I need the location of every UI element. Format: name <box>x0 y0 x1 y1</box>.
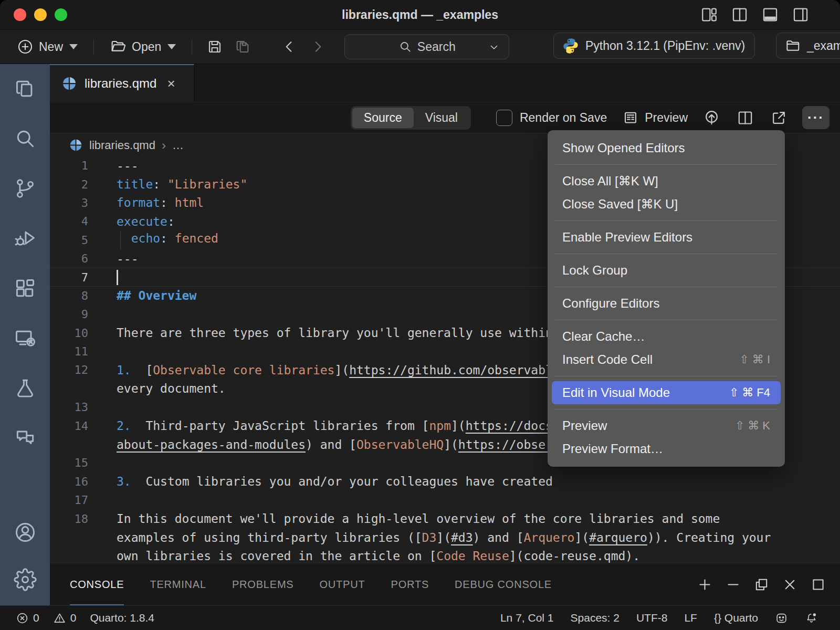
status-text: 0 <box>33 612 39 624</box>
activity-account-icon[interactable] <box>13 520 37 544</box>
menu-item-edit-in-visual-mode[interactable]: Edit in Visual Mode⇧ ⌘ F4 <box>552 381 781 404</box>
panel-minimize-icon[interactable] <box>725 576 741 593</box>
activity-source-control-icon[interactable] <box>13 176 37 201</box>
status-feedback[interactable] <box>775 612 788 625</box>
traffic-lights <box>14 0 67 29</box>
code-text <box>117 270 118 285</box>
visual-mode-button[interactable]: Visual <box>414 108 469 128</box>
code-token: ]( <box>334 363 349 377</box>
panel-tab-debug-console[interactable]: DEBUG CONSOLE <box>455 563 552 605</box>
chevron-down-icon <box>488 40 500 53</box>
menu-item-clear-cache[interactable]: Clear Cache… <box>548 325 785 348</box>
source-mode-button[interactable]: Source <box>352 108 414 128</box>
minimize-window-button[interactable] <box>34 8 47 21</box>
status-spaces-2[interactable]: Spaces: 2 <box>571 612 620 624</box>
code-token: format <box>117 196 160 209</box>
breadcrumb-file[interactable]: libraries.qmd <box>89 139 155 152</box>
menu-item-enable-preview-editors[interactable]: Enable Preview Editors <box>548 226 785 249</box>
code-token: #d3 <box>451 531 473 544</box>
save-all-button[interactable] <box>231 35 255 59</box>
toggle-panel-icon[interactable] <box>761 6 779 24</box>
open-in-new-window-icon[interactable] <box>769 108 789 128</box>
toggle-secondary-sidebar-icon[interactable] <box>792 6 810 24</box>
app-window: libraries.qmd — _examples New Open <box>0 0 840 630</box>
code-text: --- <box>117 252 139 266</box>
open-button[interactable]: Open <box>104 35 181 58</box>
zoom-window-button[interactable] <box>55 8 67 21</box>
close-window-button[interactable] <box>14 8 26 21</box>
panel-tab-output[interactable]: OUTPUT <box>319 563 365 605</box>
status-quarto[interactable]: {} Quarto <box>714 612 758 624</box>
code-line: own libraries is covered in the article … <box>50 547 840 563</box>
search-input[interactable]: Search <box>344 34 509 59</box>
activity-search-icon[interactable] <box>13 127 37 151</box>
menu-item-lock-group[interactable]: Lock Group <box>548 259 785 282</box>
code-token: 2. <box>117 419 131 433</box>
preview-button[interactable]: Preview <box>623 110 688 125</box>
menu-item-label: Lock Group <box>562 263 770 278</box>
chevron-down-icon <box>69 44 78 49</box>
panel-close-icon[interactable] <box>782 576 798 593</box>
panel-tab-problems[interactable]: PROBLEMS <box>232 563 294 605</box>
activity-testing-icon[interactable] <box>13 376 37 400</box>
panel-tab-console[interactable]: CONSOLE <box>70 563 124 605</box>
status-utf-8[interactable]: UTF-8 <box>636 612 668 624</box>
menu-item-label: Close Saved [⌘K U] <box>562 197 770 212</box>
navigate-back-button[interactable] <box>277 35 301 59</box>
menu-item-preview-format[interactable]: Preview Format… <box>548 437 785 460</box>
save-button[interactable] <box>203 35 227 59</box>
interpreter-selector[interactable]: Python 3.12.1 (PipEnv: .venv) <box>553 33 755 59</box>
code-token: ) and [ <box>306 438 356 452</box>
more-actions-button[interactable]: ··· <box>802 106 830 129</box>
tab-libraries-qmd[interactable]: libraries.qmd × <box>50 64 194 102</box>
render-on-save-checkbox[interactable] <box>496 110 512 126</box>
panel-tab-terminal[interactable]: TERMINAL <box>150 563 206 605</box>
status-ln-7-col-1[interactable]: Ln 7, Col 1 <box>500 612 554 624</box>
menu-item-show-opened-editors[interactable]: Show Opened Editors <box>548 136 785 160</box>
code-token: D3 <box>422 531 437 544</box>
code-token: : <box>160 232 175 245</box>
activity-explorer-icon[interactable] <box>13 77 37 101</box>
code-token: title <box>117 177 153 191</box>
customize-layout-icon[interactable] <box>700 6 718 24</box>
menu-item-insert-code-cell[interactable]: Insert Code Cell⇧ ⌘ I <box>548 348 785 371</box>
editor-toolbar: Source Visual Render on Save Preview ··· <box>50 102 840 133</box>
menu-item-configure-editors[interactable]: Configure Editors <box>548 292 785 315</box>
status-error[interactable]: 0 <box>16 612 39 625</box>
status-warning[interactable]: 0 <box>53 612 77 625</box>
activity-comments-icon[interactable] <box>13 426 37 450</box>
status-bell-dot[interactable] <box>805 612 818 625</box>
menu-item-close-saved-k-u[interactable]: Close Saved [⌘K U] <box>548 193 785 216</box>
panel-tab-ports[interactable]: PORTS <box>391 563 429 605</box>
split-editor-layout-icon[interactable] <box>731 6 749 24</box>
menu-item-shortcut: ⇧ ⌘ F4 <box>729 386 770 400</box>
plus-circle-icon <box>17 38 34 55</box>
line-number: 10 <box>50 327 88 340</box>
breadcrumb-more[interactable]: … <box>172 139 184 152</box>
navigate-forward-button[interactable] <box>306 35 330 59</box>
panel-maximize-icon[interactable] <box>810 576 826 593</box>
panel-add-icon[interactable] <box>697 576 713 593</box>
status-quarto-1-8-4[interactable]: Quarto: 1.8.4 <box>90 612 154 624</box>
quarto-file-icon <box>61 76 77 91</box>
activity-run-debug-icon[interactable] <box>13 226 37 250</box>
line-number: 2 <box>50 178 88 191</box>
new-button[interactable]: New <box>12 35 83 58</box>
panel-restore-icon[interactable] <box>753 576 770 593</box>
line-number: 15 <box>50 456 88 469</box>
feedback-icon <box>775 612 788 625</box>
menu-item-shortcut: ⇧ ⌘ I <box>739 353 770 366</box>
menu-item-close-all-k-w[interactable]: Close All [⌘K W] <box>548 170 785 193</box>
workspace-folder-button[interactable]: _examples <box>776 33 840 59</box>
code-token: ## Overview <box>117 289 196 302</box>
status-text: Spaces: 2 <box>571 612 620 624</box>
render-icon[interactable] <box>701 108 721 128</box>
status-lf[interactable]: LF <box>684 612 697 624</box>
split-editor-icon[interactable] <box>735 108 755 128</box>
activity-extensions-icon[interactable] <box>13 276 37 300</box>
tab-close-icon[interactable]: × <box>167 76 175 92</box>
status-text: 0 <box>70 612 77 624</box>
activity-settings-icon[interactable] <box>13 568 37 592</box>
activity-sessions-icon[interactable] <box>13 326 37 350</box>
menu-item-preview[interactable]: Preview⇧ ⌘ K <box>548 414 785 437</box>
